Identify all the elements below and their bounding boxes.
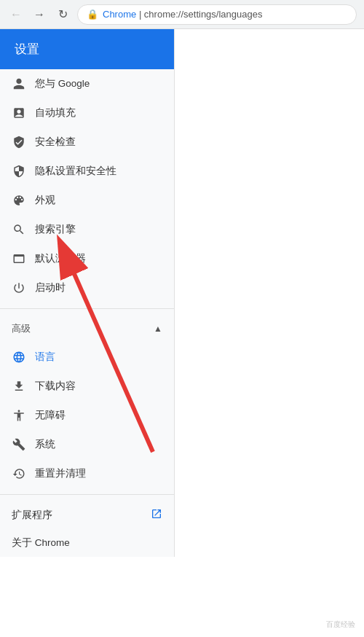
- address-path: | chrome://settings/languages: [139, 9, 263, 20]
- address-text: Chrome | chrome://settings/languages: [103, 9, 347, 20]
- external-link-icon: [151, 508, 162, 522]
- advanced-arrow-icon: ▲: [154, 324, 162, 334]
- sidebar-item-download[interactable]: 下载内容: [0, 372, 174, 401]
- sidebar-item-appearance[interactable]: 外观: [0, 186, 174, 215]
- sidebar-label-google: 您与 Google: [35, 77, 162, 90]
- globe-icon: [12, 350, 26, 364]
- sidebar-header: 设置: [0, 29, 174, 69]
- content-area: [175, 29, 364, 637]
- sidebar-label-browser: 默认浏览器: [35, 252, 162, 265]
- watermark: 百度经验: [323, 618, 358, 631]
- reload-button[interactable]: ↻: [54, 6, 71, 23]
- sidebar-item-google[interactable]: 您与 Google: [0, 69, 174, 98]
- palette-icon: [12, 193, 26, 208]
- sidebar-item-reset[interactable]: 重置并清理: [0, 459, 174, 488]
- system-icon: [12, 437, 26, 452]
- sidebar-title: 设置: [15, 42, 39, 56]
- sidebar-label-reset: 重置并清理: [35, 467, 162, 480]
- sidebar-label-appearance: 外观: [35, 194, 162, 207]
- advanced-label: 高级: [12, 322, 31, 335]
- search-icon: [12, 222, 26, 237]
- sidebar-label-system: 系统: [35, 438, 162, 451]
- sidebar-item-accessibility[interactable]: 无障碍: [0, 401, 174, 430]
- sidebar-label-language: 语言: [35, 351, 162, 364]
- sidebar: 设置 您与 Google 自动填充 安全检查: [0, 29, 175, 557]
- reset-icon: [12, 466, 26, 481]
- person-icon: [12, 77, 26, 91]
- sidebar-item-browser[interactable]: 默认浏览器: [0, 244, 174, 273]
- lock-icon: 🔒: [87, 9, 98, 20]
- address-bar[interactable]: 🔒 Chrome | chrome://settings/languages: [77, 4, 357, 25]
- sidebar-label-search: 搜索引擎: [35, 223, 162, 236]
- sidebar-label-startup: 启动时: [35, 281, 162, 294]
- advanced-section-header[interactable]: 高级 ▲: [0, 315, 174, 343]
- sidebar-item-system[interactable]: 系统: [0, 430, 174, 459]
- sidebar-label-download: 下载内容: [35, 380, 162, 393]
- sidebar-item-safety[interactable]: 安全检查: [0, 128, 174, 157]
- section-divider-2: [0, 494, 174, 495]
- forward-button[interactable]: →: [31, 6, 48, 23]
- shield-check-icon: [12, 135, 26, 149]
- sidebar-label-safety: 安全检查: [35, 136, 162, 149]
- sidebar-label-privacy: 隐私设置和安全性: [35, 165, 162, 178]
- sidebar-label-autofill: 自动填充: [35, 106, 162, 120]
- power-icon: [12, 281, 26, 295]
- sidebar-item-startup[interactable]: 启动时: [0, 273, 174, 302]
- sidebar-label-accessibility: 无障碍: [35, 409, 162, 422]
- download-icon: [12, 379, 26, 394]
- sidebar-item-about[interactable]: 关于 Chrome: [0, 529, 174, 557]
- accessibility-icon: [12, 408, 26, 423]
- sidebar-item-language[interactable]: 语言: [0, 343, 174, 372]
- sidebar-item-autofill[interactable]: 自动填充: [0, 98, 174, 128]
- sidebar-item-search[interactable]: 搜索引擎: [0, 215, 174, 244]
- extensions-row[interactable]: 扩展程序: [0, 501, 174, 529]
- back-button[interactable]: ←: [7, 6, 25, 23]
- section-divider-1: [0, 308, 174, 309]
- autofill-icon: [12, 106, 26, 120]
- main-container: 设置 您与 Google 自动填充 安全检查: [0, 29, 364, 637]
- browser-bar: ← → ↻ 🔒 Chrome | chrome://settings/langu…: [0, 0, 364, 29]
- chrome-label: Chrome: [103, 9, 136, 20]
- browser-icon: [12, 251, 26, 266]
- shield-icon: [12, 164, 26, 179]
- sidebar-item-privacy[interactable]: 隐私设置和安全性: [0, 157, 174, 186]
- sidebar-label-about: 关于 Chrome: [12, 536, 162, 550]
- extensions-label: 扩展程序: [12, 509, 52, 522]
